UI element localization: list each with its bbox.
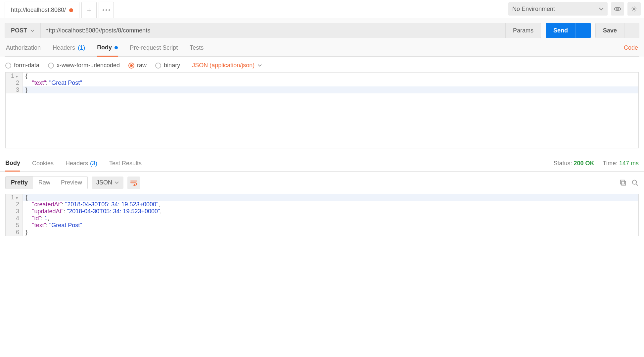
svg-rect-2 bbox=[621, 181, 625, 185]
tab-headers[interactable]: Headers (1) bbox=[53, 44, 85, 56]
chevron-down-icon bbox=[30, 29, 34, 32]
http-method-label: POST bbox=[11, 27, 27, 34]
svg-point-1 bbox=[633, 8, 635, 10]
environment-quicklook-button[interactable] bbox=[611, 2, 624, 16]
status-label: Status: 200 OK bbox=[554, 160, 594, 167]
response-body-viewer[interactable]: 1 ▾{2 "createdAt": "2018-04-30T05: 34: 1… bbox=[5, 194, 639, 236]
tab-options-button[interactable] bbox=[99, 2, 114, 18]
ellipsis-icon bbox=[103, 9, 110, 11]
send-dropdown[interactable] bbox=[575, 23, 591, 38]
url-input[interactable] bbox=[41, 23, 506, 38]
params-button[interactable]: Params bbox=[506, 23, 541, 38]
view-pretty[interactable]: Pretty bbox=[6, 177, 33, 189]
tab-authorization[interactable]: Authorization bbox=[6, 44, 41, 56]
plus-icon: + bbox=[87, 6, 91, 15]
view-preview[interactable]: Preview bbox=[56, 177, 87, 189]
response-tab-test-results[interactable]: Test Results bbox=[109, 160, 142, 171]
tab-tests[interactable]: Tests bbox=[190, 44, 204, 56]
search-icon bbox=[631, 179, 639, 186]
response-format-select[interactable]: JSON bbox=[92, 177, 123, 189]
gear-icon bbox=[630, 5, 638, 13]
request-tab[interactable]: http://localhost:8080/ bbox=[5, 2, 79, 18]
chevron-down-icon bbox=[599, 7, 604, 11]
radio-form-data[interactable]: form-data bbox=[5, 62, 39, 69]
radio-urlencoded[interactable]: x-www-form-urlencoded bbox=[48, 62, 120, 69]
wrap-icon bbox=[130, 180, 137, 186]
svg-rect-3 bbox=[621, 180, 624, 184]
send-button[interactable]: Send bbox=[546, 23, 575, 38]
request-body-editor[interactable]: 1 ▾{2 "text": "Great Post"3 } bbox=[5, 72, 639, 148]
tab-url: http://localhost:8080/ bbox=[11, 7, 66, 14]
wrap-lines-button[interactable] bbox=[127, 177, 140, 189]
http-method-select[interactable]: POST bbox=[5, 23, 41, 38]
svg-point-0 bbox=[617, 8, 619, 10]
tab-body[interactable]: Body bbox=[97, 44, 118, 57]
response-tab-headers[interactable]: Headers (3) bbox=[66, 160, 97, 171]
radio-binary[interactable]: binary bbox=[155, 62, 180, 69]
modified-dot-icon bbox=[115, 46, 118, 49]
code-link[interactable]: Code bbox=[624, 44, 638, 56]
environment-select[interactable]: No Environment bbox=[508, 2, 608, 16]
response-view-segmented[interactable]: Pretty Raw Preview bbox=[5, 176, 88, 189]
chevron-down-icon bbox=[258, 64, 262, 67]
view-raw[interactable]: Raw bbox=[33, 177, 56, 189]
radio-raw[interactable]: raw bbox=[128, 62, 147, 69]
response-tab-body[interactable]: Body bbox=[5, 160, 20, 172]
content-type-select[interactable]: JSON (application/json) bbox=[192, 62, 262, 69]
unsaved-indicator-icon bbox=[69, 8, 73, 12]
eye-icon bbox=[614, 5, 621, 13]
save-button[interactable]: Save bbox=[595, 23, 624, 38]
settings-button[interactable] bbox=[627, 2, 641, 16]
svg-point-4 bbox=[632, 180, 637, 184]
save-dropdown[interactable] bbox=[624, 23, 639, 38]
copy-response-button[interactable] bbox=[620, 179, 627, 186]
copy-icon bbox=[620, 179, 627, 186]
search-response-button[interactable] bbox=[631, 179, 639, 186]
time-label: Time: 147 ms bbox=[603, 160, 639, 167]
environment-label: No Environment bbox=[512, 6, 555, 13]
new-tab-button[interactable]: + bbox=[81, 2, 97, 18]
response-tab-cookies[interactable]: Cookies bbox=[32, 160, 54, 171]
tab-pre-request[interactable]: Pre-request Script bbox=[130, 44, 178, 56]
chevron-down-icon bbox=[115, 181, 119, 184]
